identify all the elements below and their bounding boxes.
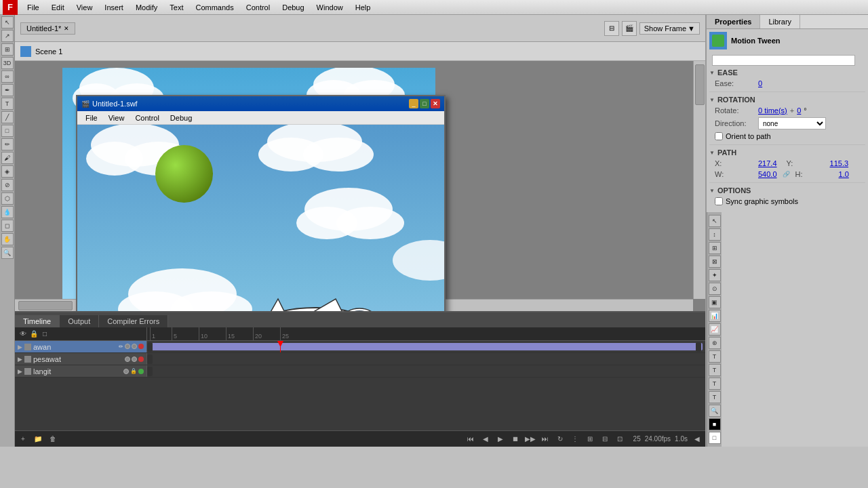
show-frame-control[interactable]: Show Frame ▼ <box>639 22 700 35</box>
show-frame-dropdown-icon[interactable]: ▼ <box>688 24 695 33</box>
tool-pen[interactable]: ✒ <box>1 84 14 96</box>
menu-view[interactable]: View <box>71 2 98 13</box>
tool-right-7[interactable]: ▣ <box>709 296 721 308</box>
layer-label-langit[interactable]: ▶ langit 🔒 <box>15 365 147 377</box>
tab-properties[interactable]: Properties <box>707 15 760 28</box>
tool-lasso[interactable]: ∞ <box>1 70 14 83</box>
vis-dot-langit[interactable] <box>123 369 129 374</box>
menu-file[interactable]: File <box>22 2 45 13</box>
tool-right-2[interactable]: ↕ <box>709 228 721 241</box>
tool-right-6[interactable]: ⊙ <box>709 283 721 295</box>
rotate-value[interactable]: 0 time(s) <box>758 106 787 115</box>
menu-window[interactable]: Window <box>311 2 349 13</box>
frame-options3[interactable]: ⊟ <box>599 434 610 445</box>
tool-subselect[interactable]: ↗ <box>1 30 14 42</box>
ease-value[interactable]: 0 <box>758 79 762 87</box>
tool-pencil[interactable]: ✏ <box>1 138 14 150</box>
swf-menu-debug[interactable]: Debug <box>165 113 197 123</box>
lock-dot-awan[interactable] <box>132 344 137 349</box>
frame-icon[interactable]: □ <box>39 329 50 340</box>
stage-view-btn1[interactable]: ⊟ <box>604 21 619 36</box>
x-value[interactable]: 217.4 <box>758 159 777 167</box>
layer-label-awan[interactable]: ▶ awan ✏ <box>15 341 147 352</box>
orient-checkbox[interactable] <box>715 132 723 140</box>
document-tab[interactable]: Untitled-1* ✕ <box>20 22 75 35</box>
stop-button[interactable]: ⏹ <box>510 434 521 445</box>
swf-menu-control[interactable]: Control <box>130 113 164 123</box>
tool-select[interactable]: ↖ <box>1 16 14 28</box>
ease-input-field[interactable] <box>712 55 855 66</box>
next-frame-button[interactable]: ▶▶ <box>525 434 536 445</box>
tool-transform[interactable]: ⊞ <box>1 43 14 56</box>
delete-layer-button[interactable]: 🗑 <box>47 434 58 445</box>
tool-eyedropper[interactable]: 💧 <box>1 206 14 218</box>
keyframe-options[interactable]: ⋮ <box>570 434 580 445</box>
swf-menu-file[interactable]: File <box>80 113 103 123</box>
tool-right-color2[interactable]: □ <box>709 432 721 444</box>
eye-icon[interactable]: 👁 <box>18 329 28 340</box>
layer-expand-langit[interactable]: ▶ <box>18 368 22 375</box>
swf-close-button[interactable]: ✕ <box>431 99 440 108</box>
vis-dot-awan[interactable] <box>125 344 130 349</box>
menu-commands[interactable]: Commands <box>190 2 239 13</box>
tool-right-14[interactable]: T <box>709 391 721 403</box>
h-value[interactable]: 1.0 <box>839 170 849 178</box>
tool-eraser[interactable]: ◻ <box>1 220 14 232</box>
menu-modify[interactable]: Modify <box>130 2 163 13</box>
menu-text[interactable]: Text <box>164 2 189 13</box>
scroll-left-button[interactable]: ◀ <box>692 434 703 445</box>
tool-right-9[interactable]: 📈 <box>709 323 721 336</box>
tool-deco[interactable]: ◈ <box>1 165 14 178</box>
tab-timeline[interactable]: Timeline <box>15 315 60 327</box>
path-section-header[interactable]: ▼ PATH <box>709 147 865 158</box>
options-section-header[interactable]: ▼ OPTIONS <box>709 185 865 196</box>
add-layer-button[interactable]: + <box>18 434 28 445</box>
tab-compiler-errors[interactable]: Compiler Errors <box>99 315 168 327</box>
tool-right-3[interactable]: ⊞ <box>709 242 721 254</box>
layer-expand-awan[interactable]: ▶ <box>18 344 22 350</box>
pencil-icon-awan[interactable]: ✏ <box>119 344 123 350</box>
menu-edit[interactable]: Edit <box>46 2 70 13</box>
frame-options2[interactable]: ⊞ <box>585 434 595 445</box>
prev-frame-button[interactable]: ◀ <box>480 434 491 445</box>
tool-right-8[interactable]: 📊 <box>709 310 721 322</box>
rotate-deg[interactable]: 0 <box>797 106 801 115</box>
lock-dot-pesawat[interactable] <box>132 357 137 362</box>
close-tab-icon[interactable]: ✕ <box>64 25 69 32</box>
tool-right-10[interactable]: ⊛ <box>709 337 721 349</box>
tool-brush[interactable]: 🖌 <box>1 152 14 164</box>
layer-label-pesawat[interactable]: ▶ pesawat <box>15 353 147 365</box>
lock-icon-langit[interactable]: 🔒 <box>130 368 137 374</box>
tool-3d[interactable]: 3D <box>1 57 14 69</box>
stage-view-btn2[interactable]: 🎬 <box>622 21 637 36</box>
menu-insert[interactable]: Insert <box>99 2 129 13</box>
tab-output[interactable]: Output <box>60 315 99 327</box>
tool-rect[interactable]: □ <box>1 125 14 137</box>
play-button[interactable]: ▶ <box>495 434 506 445</box>
v-scroll-thumb[interactable] <box>695 64 705 105</box>
add-folder-button[interactable]: 📁 <box>33 434 43 445</box>
ease-section-header[interactable]: ▼ EASE <box>709 67 865 78</box>
rotation-section-header[interactable]: ▼ ROTATION <box>709 94 865 105</box>
tool-right-13[interactable]: T <box>709 378 721 390</box>
tool-text[interactable]: T <box>1 98 14 110</box>
lock-icon[interactable]: 🔒 <box>28 329 39 340</box>
tab-library[interactable]: Library <box>760 15 800 28</box>
tool-right-4[interactable]: ⊠ <box>709 256 721 268</box>
frame-options4[interactable]: ⊡ <box>614 434 625 445</box>
menu-help[interactable]: Help <box>350 2 376 13</box>
vis-dot-pesawat[interactable] <box>125 357 130 362</box>
tool-right-1[interactable]: ↖ <box>709 215 721 227</box>
h-scroll-thumb[interactable] <box>18 301 73 310</box>
sync-checkbox[interactable] <box>715 197 723 205</box>
first-frame-button[interactable]: ⏮ <box>465 434 476 445</box>
tool-paint-bucket[interactable]: ⬡ <box>1 192 14 205</box>
w-value[interactable]: 540.0 <box>758 170 777 178</box>
link-icon[interactable]: 🔗 <box>783 171 790 178</box>
tool-right-12[interactable]: T <box>709 364 721 376</box>
layer-expand-pesawat[interactable]: ▶ <box>18 356 22 363</box>
y-value[interactable]: 115.3 <box>830 159 849 167</box>
direction-dropdown[interactable]: none CW CCW <box>758 117 826 129</box>
tool-right-11[interactable]: T <box>709 350 721 363</box>
tool-bone[interactable]: ⊘ <box>1 179 14 191</box>
